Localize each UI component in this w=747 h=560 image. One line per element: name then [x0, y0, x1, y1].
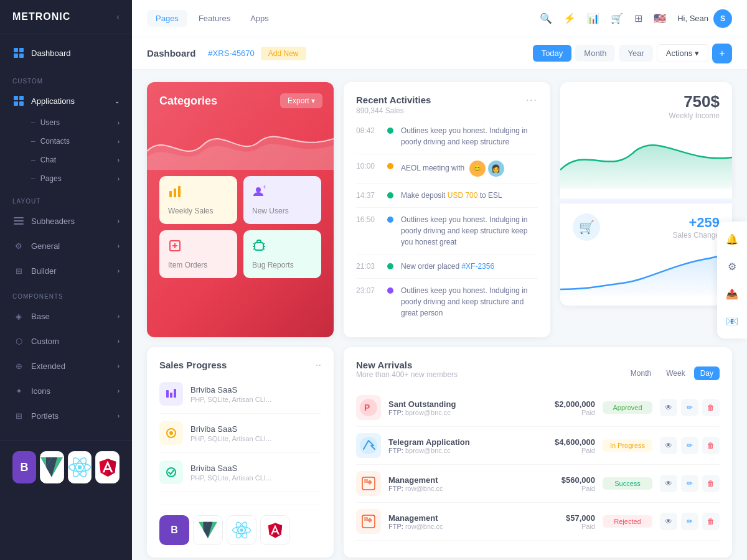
- react-logo[interactable]: [68, 451, 92, 483]
- edit-btn-2[interactable]: ✏: [681, 437, 698, 454]
- sales-progress-title: Sales Progress: [159, 360, 227, 370]
- bootstrap-logo[interactable]: B: [12, 451, 36, 483]
- sidebar-item-dashboard[interactable]: Dashboard: [0, 38, 132, 68]
- tab-week[interactable]: Week: [660, 366, 691, 380]
- delete-btn-4[interactable]: 🗑: [702, 513, 720, 530]
- mini-card-weekly-sales[interactable]: Weekly Sales: [159, 176, 237, 224]
- react-icon[interactable]: [227, 515, 256, 545]
- view-btn-1[interactable]: 👁: [660, 399, 677, 416]
- sidebar-item-icons[interactable]: ✦ Icons›: [0, 378, 132, 403]
- mail-icon[interactable]: 📧: [722, 311, 742, 331]
- angular-icon[interactable]: [260, 515, 290, 545]
- chart-icon[interactable]: 📊: [587, 12, 599, 24]
- progress-icon-3: [159, 460, 183, 484]
- settings-icon[interactable]: ⚙: [722, 256, 742, 276]
- progress-info-2: Briviba SaaS PHP, SQLite, Artisan CLI...: [190, 424, 321, 442]
- bootstrap-icon[interactable]: B: [159, 515, 189, 545]
- sidebar-item-custom[interactable]: ⬡ Custom›: [0, 329, 132, 353]
- tab-day[interactable]: Day: [694, 366, 720, 380]
- sidebar-sub-users[interactable]: –Users›: [0, 113, 132, 132]
- sales-progress-menu-icon[interactable]: ··: [316, 360, 321, 371]
- sidebar-item-subheaders[interactable]: Subheaders›: [0, 208, 132, 233]
- mini-card-bug-reports[interactable]: Bug Reports: [243, 230, 321, 278]
- add-new-button[interactable]: Add New: [261, 47, 306, 60]
- subheaders-icon: [12, 215, 25, 227]
- sidebar-item-general[interactable]: ⚙ General›: [0, 233, 132, 258]
- arrival-logo-3: [356, 471, 381, 496]
- activities-menu-icon[interactable]: ···: [526, 95, 538, 106]
- sidebar-sub-pages[interactable]: –Pages›: [0, 169, 132, 188]
- delete-btn-2[interactable]: 🗑: [702, 437, 720, 454]
- users-icon[interactable]: ⚡: [563, 12, 576, 24]
- svg-text:+: +: [263, 185, 266, 190]
- tab-month[interactable]: Month: [624, 366, 657, 380]
- mini-card-item-orders[interactable]: Item Orders: [159, 230, 237, 278]
- item-orders-label: Item Orders: [168, 261, 207, 269]
- mini-card-new-users[interactable]: + New Users: [243, 176, 321, 224]
- activity-dot-4: [387, 217, 393, 223]
- tab-pages[interactable]: Pages: [147, 10, 187, 27]
- search-icon[interactable]: 🔍: [540, 12, 552, 24]
- actions-button[interactable]: Actions ▾: [657, 44, 708, 62]
- svg-rect-5: [19, 96, 24, 100]
- arrival-info-1: Sant Outstanding FTP: bprow@bnc.cc: [388, 399, 532, 416]
- sidebar-item-portlets[interactable]: ⊞ Portlets›: [0, 403, 132, 428]
- edit-btn-3[interactable]: ✏: [681, 475, 698, 492]
- vue-icon[interactable]: [193, 515, 223, 545]
- svg-point-40: [169, 431, 173, 435]
- sidebar-sub-contacts[interactable]: –Contacts›: [0, 132, 132, 151]
- sales-change-value: +259: [673, 215, 720, 231]
- bug-icon: [252, 239, 266, 256]
- components-section-label: COMPONENTS: [0, 283, 132, 304]
- sidebar-item-applications[interactable]: Applications ⌄: [0, 88, 132, 113]
- sidebar-sub-chat[interactable]: –Chat›: [0, 151, 132, 169]
- angular-logo[interactable]: [95, 451, 120, 483]
- breadcrumb-ref[interactable]: #XRS-45670: [208, 49, 254, 58]
- svg-point-46: [240, 528, 243, 531]
- edit-btn-4[interactable]: ✏: [681, 513, 698, 530]
- arrival-amount-4: $57,000 Paid: [539, 513, 595, 530]
- arrival-info-4: Management FTP: row@bnc.cc: [388, 513, 532, 530]
- top-nav-icons: 🔍 ⚡ 📊 🛒 ⊞ 🇺🇸 Hi, Sean S: [540, 9, 732, 28]
- month-button[interactable]: Month: [575, 45, 615, 62]
- cart-icon[interactable]: 🛒: [611, 12, 623, 24]
- svg-rect-37: [170, 393, 172, 398]
- tab-apps[interactable]: Apps: [242, 10, 278, 27]
- activity-dot-2: [387, 163, 393, 169]
- edit-btn-1[interactable]: ✏: [681, 399, 698, 416]
- tab-features[interactable]: Features: [190, 10, 239, 27]
- sidebar-collapse-icon[interactable]: ‹: [116, 12, 120, 22]
- delete-btn-3[interactable]: 🗑: [702, 475, 720, 492]
- view-btn-2[interactable]: 👁: [660, 437, 677, 454]
- base-icon: ◈: [12, 310, 25, 322]
- weekly-sales-label: Weekly Sales: [168, 207, 213, 215]
- year-button[interactable]: Year: [619, 45, 652, 62]
- view-btn-4[interactable]: 👁: [660, 513, 677, 530]
- grid-icon[interactable]: ⊞: [634, 12, 642, 24]
- svg-point-24: [256, 187, 261, 192]
- svg-text:P: P: [364, 403, 370, 413]
- categories-card: Categories Export ▾ Weekly Sa: [147, 82, 334, 337]
- add-button[interactable]: +: [712, 44, 732, 63]
- user-avatar[interactable]: S: [713, 9, 732, 28]
- delete-btn-1[interactable]: 🗑: [702, 399, 720, 416]
- sidebar-item-base[interactable]: ◈ Base›: [0, 304, 132, 329]
- status-badge-2: In Progress: [603, 439, 652, 452]
- vue-logo[interactable]: [40, 451, 64, 483]
- activity-item-3: 14:37 Make deposit USD 700 to ESL: [356, 184, 538, 208]
- applications-icon: [12, 95, 25, 107]
- view-btn-3[interactable]: 👁: [660, 475, 677, 492]
- send-icon[interactable]: 📤: [722, 284, 742, 304]
- subnav-actions: Today Month Year Actions ▾ +: [533, 44, 732, 63]
- sidebar-item-extended[interactable]: ⊕ Extended›: [0, 353, 132, 378]
- flag-icon[interactable]: 🇺🇸: [654, 12, 666, 24]
- sidebar-item-builder[interactable]: ⊞ Builder›: [0, 258, 132, 283]
- notification-icon[interactable]: 🔔: [722, 229, 742, 249]
- activity-item-4: 16:50 Outlines keep you honest. Indulgin…: [356, 208, 538, 254]
- export-button[interactable]: Export ▾: [280, 93, 322, 108]
- top-tabs: Pages Features Apps: [147, 10, 278, 27]
- today-button[interactable]: Today: [533, 45, 572, 62]
- portlets-icon: ⊞: [12, 409, 25, 422]
- svg-rect-21: [169, 191, 172, 197]
- status-badge-1: Approved: [603, 401, 652, 414]
